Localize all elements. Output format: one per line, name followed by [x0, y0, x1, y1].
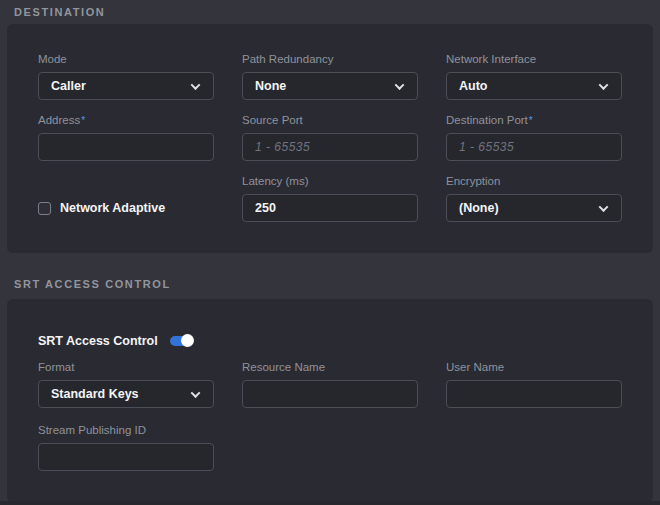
path-redundancy-select[interactable]: None — [242, 72, 418, 100]
path-redundancy-value: None — [255, 79, 286, 93]
mode-value: Caller — [51, 79, 86, 93]
user-name-label: User Name — [446, 361, 622, 374]
srt-access-control-panel: SRT Access Control Format Standard Keys … — [7, 299, 653, 502]
required-asterisk: * — [81, 115, 85, 126]
chevron-down-icon — [191, 80, 201, 90]
latency-input[interactable] — [242, 194, 418, 222]
network-adaptive-checkbox[interactable] — [38, 202, 51, 215]
address-label: Address* — [38, 114, 214, 127]
stream-publishing-id-input[interactable] — [38, 443, 214, 471]
chevron-down-icon — [191, 388, 201, 398]
stream-publishing-id-label: Stream Publishing ID — [38, 424, 214, 437]
srt-access-control-toggle-row: SRT Access Control — [38, 333, 622, 348]
next-section-edge — [0, 501, 660, 505]
chevron-down-icon — [599, 202, 609, 212]
destination-port-input[interactable] — [446, 133, 622, 161]
destination-port-label: Destination Port* — [446, 114, 622, 127]
mode-label: Mode — [38, 53, 214, 66]
address-field: Address* — [38, 114, 214, 161]
network-interface-value: Auto — [459, 79, 487, 93]
latency-field: Latency (ms) — [242, 175, 418, 222]
source-port-field: Source Port — [242, 114, 418, 161]
resource-name-input[interactable] — [242, 380, 418, 408]
chevron-down-icon — [395, 80, 405, 90]
network-adaptive-label: Network Adaptive — [60, 201, 165, 215]
required-asterisk: * — [529, 115, 533, 126]
address-input[interactable] — [38, 133, 214, 161]
encryption-select[interactable]: (None) — [446, 194, 622, 222]
resource-name-label: Resource Name — [242, 361, 418, 374]
user-name-input[interactable] — [446, 380, 622, 408]
mode-select[interactable]: Caller — [38, 72, 214, 100]
srt-access-control-toggle[interactable] — [170, 336, 192, 346]
format-field: Format Standard Keys — [38, 361, 214, 408]
network-interface-select[interactable]: Auto — [446, 72, 622, 100]
destination-panel: Mode Caller Path Redundancy None Network… — [7, 24, 653, 253]
path-redundancy-field: Path Redundancy None — [242, 53, 418, 100]
section-title-destination: DESTINATION — [0, 0, 660, 24]
toggle-knob — [181, 334, 194, 347]
destination-port-field: Destination Port* — [446, 114, 622, 161]
chevron-down-icon — [599, 80, 609, 90]
section-title-srt-access-control: SRT ACCESS CONTROL — [0, 253, 660, 299]
network-adaptive-checkbox-row[interactable]: Network Adaptive — [38, 194, 214, 222]
format-value: Standard Keys — [51, 387, 139, 401]
latency-label: Latency (ms) — [242, 175, 418, 188]
encryption-field: Encryption (None) — [446, 175, 622, 222]
mode-field: Mode Caller — [38, 53, 214, 100]
path-redundancy-label: Path Redundancy — [242, 53, 418, 66]
encryption-value: (None) — [459, 201, 499, 215]
stream-publishing-id-field: Stream Publishing ID — [38, 424, 214, 471]
network-interface-label: Network Interface — [446, 53, 622, 66]
source-port-input[interactable] — [242, 133, 418, 161]
encryption-label: Encryption — [446, 175, 622, 188]
format-select[interactable]: Standard Keys — [38, 380, 214, 408]
format-label: Format — [38, 361, 214, 374]
source-port-label: Source Port — [242, 114, 418, 127]
resource-name-field: Resource Name — [242, 361, 418, 408]
network-interface-field: Network Interface Auto — [446, 53, 622, 100]
srt-access-control-toggle-label: SRT Access Control — [38, 334, 158, 348]
user-name-field: User Name — [446, 361, 622, 408]
